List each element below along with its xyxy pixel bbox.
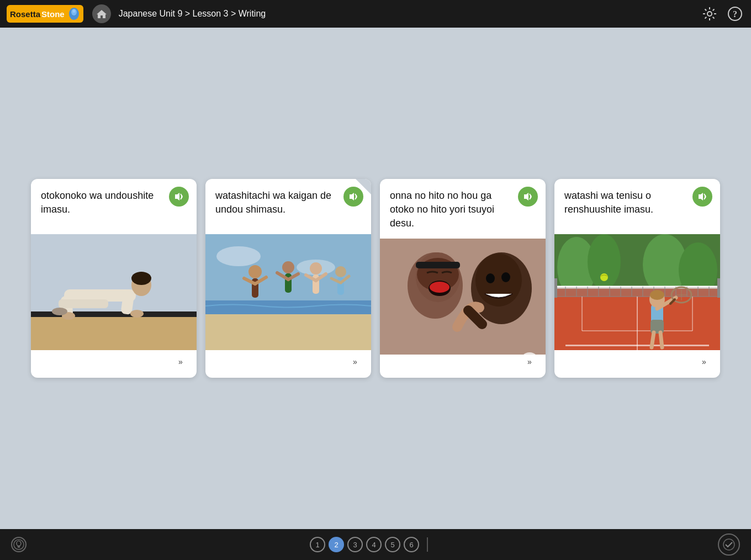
card-1-top: otokonoko wa undoushite imasu. [31, 179, 197, 234]
svg-point-60 [486, 273, 495, 283]
svg-marker-62 [699, 193, 703, 200]
card-2-image: » [205, 234, 371, 378]
svg-point-107 [17, 541, 21, 546]
svg-point-2 [72, 9, 75, 13]
settings-button[interactable] [700, 4, 719, 23]
hint-button[interactable] [11, 537, 27, 552]
card-1-image-inner [31, 234, 197, 350]
svg-rect-17 [31, 234, 197, 317]
svg-point-59 [475, 253, 522, 307]
pagination: 1 2 3 4 5 6 [310, 537, 441, 552]
card-4: watashi wa tenisu o renshuushite imasu. [554, 179, 720, 378]
help-button[interactable]: ? [726, 4, 744, 23]
svg-line-99 [660, 332, 662, 347]
svg-rect-33 [205, 314, 371, 350]
svg-point-42 [310, 262, 322, 274]
page-6-button[interactable]: 6 [404, 537, 419, 552]
svg-point-27 [52, 308, 67, 315]
footer-left [11, 537, 27, 552]
svg-point-96 [650, 290, 664, 300]
pushup-illustration [31, 234, 197, 350]
svg-marker-28 [350, 193, 354, 200]
card-4-audio-button[interactable] [692, 187, 712, 207]
svg-rect-70 [554, 287, 720, 297]
beach-illustration [205, 234, 371, 350]
svg-rect-26 [59, 299, 108, 308]
card-1-audio-button[interactable] [169, 187, 189, 207]
svg-point-30 [216, 246, 261, 266]
card-4-next-button[interactable]: » [695, 352, 713, 371]
svg-point-21 [131, 272, 151, 285]
page-3-button[interactable]: 3 [347, 537, 363, 552]
svg-point-25 [130, 310, 144, 318]
check-button[interactable] [718, 533, 740, 556]
card-1-next-button[interactable]: » [171, 352, 190, 371]
lightbulb-icon [13, 538, 25, 551]
svg-point-34 [248, 265, 262, 278]
card-1-image: » [31, 234, 197, 378]
card-1: otokonoko wa undoushite imasu. [31, 179, 197, 378]
svg-line-98 [652, 332, 654, 347]
svg-marker-3 [97, 10, 107, 18]
card-3-text: onna no hito no hou ga otoko no hito yor… [390, 190, 494, 229]
card-2-text: watashitachi wa kaigan de undou shimasu. [215, 190, 331, 215]
svg-text:?: ? [733, 9, 737, 19]
page-5-button[interactable]: 5 [385, 537, 400, 552]
svg-marker-15 [175, 193, 179, 200]
page-4-button[interactable]: 4 [366, 537, 382, 552]
svg-rect-55 [416, 262, 460, 268]
page-2-button[interactable]: 2 [329, 537, 344, 552]
breadcrumb: Japanese Unit 9 > Lesson 3 > Writing [119, 9, 700, 19]
svg-point-38 [282, 261, 294, 273]
svg-line-11 [713, 9, 715, 11]
svg-point-57 [430, 282, 449, 293]
logo-rosetta: Rosetta [10, 9, 40, 19]
svg-rect-16 [31, 317, 197, 350]
svg-point-110 [723, 539, 734, 550]
card-4-image: » [554, 234, 720, 378]
checkmark-icon [722, 538, 736, 551]
corner-fold [356, 179, 371, 194]
card-3-audio-button[interactable] [518, 187, 538, 207]
card-2: watashitachi wa kaigan de undou shimasu. [205, 179, 371, 378]
audio-icon [174, 193, 183, 200]
svg-line-12 [705, 17, 707, 19]
card-3: onna no hito no hou ga otoko no hito yor… [380, 179, 546, 378]
card-3-image: » [380, 239, 546, 378]
svg-line-10 [713, 17, 715, 19]
footer-right [718, 533, 740, 556]
svg-point-4 [707, 12, 712, 16]
home-button[interactable] [92, 4, 111, 23]
logo[interactable]: Rosetta Stone [7, 5, 83, 23]
card-3-next-button[interactable]: » [520, 352, 539, 371]
card-2-top: watashitachi wa kaigan de undou shimasu. [205, 179, 371, 234]
cards-container: otokonoko wa undoushite imasu. [31, 179, 720, 378]
card-2-next-button[interactable]: » [346, 352, 364, 371]
home-icon [96, 9, 107, 19]
page-1-button[interactable]: 1 [310, 537, 325, 552]
header-icons: ? [700, 4, 744, 23]
settings-icon [702, 7, 717, 21]
footer: 1 2 3 4 5 6 [0, 529, 751, 560]
card-1-text: otokonoko wa undoushite imasu. [41, 190, 154, 215]
logo-stone: Stone [41, 9, 65, 19]
card-3-top: onna no hito no hou ga otoko no hito yor… [380, 179, 546, 239]
laugh-illustration [380, 239, 546, 355]
logo-gem-icon [68, 7, 80, 21]
svg-rect-88 [717, 278, 720, 298]
tennis-illustration [554, 234, 720, 350]
card-4-image-inner [554, 234, 720, 350]
main-content: otokonoko wa undoushite imasu. [0, 28, 751, 529]
card-2-image-inner [205, 234, 371, 350]
audio-icon [523, 193, 532, 200]
svg-rect-87 [554, 278, 557, 298]
logo-badge: Rosetta Stone [7, 5, 83, 23]
header: Rosetta Stone Japanese Unit 9 > Lesson 3… [0, 0, 751, 28]
svg-point-105 [600, 273, 608, 281]
audio-icon [698, 193, 707, 200]
svg-marker-50 [524, 193, 528, 200]
card-4-top: watashi wa tenisu o renshuushite imasu. [554, 179, 720, 234]
svg-point-46 [335, 266, 346, 277]
card-4-text: watashi wa tenisu o renshuushite imasu. [564, 190, 653, 215]
help-icon: ? [727, 6, 743, 22]
